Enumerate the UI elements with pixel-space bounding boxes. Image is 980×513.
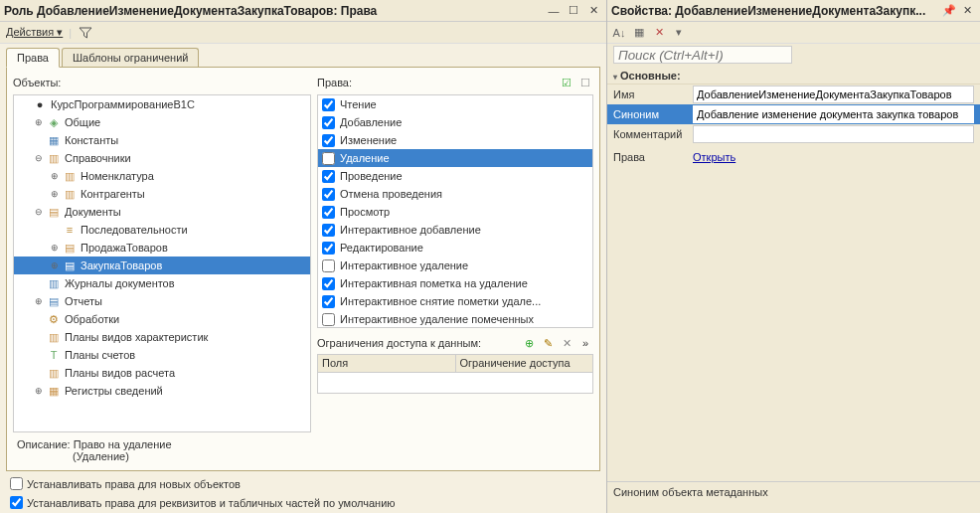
properties-close-icon[interactable]: ✕: [958, 3, 976, 19]
uncheck-all-icon[interactable]: ☐: [577, 75, 593, 90]
tab-templates[interactable]: Шаблоны ограничений: [62, 48, 200, 68]
properties-search[interactable]: [613, 46, 792, 64]
chevron-down-icon[interactable]: ▾: [671, 25, 687, 41]
pvr-icon: ▥: [46, 366, 62, 380]
common-icon: ◈: [46, 115, 62, 129]
right-change[interactable]: Изменение: [318, 131, 592, 149]
restriction-column-header[interactable]: Ограничение доступа: [456, 355, 593, 373]
sequences-icon: ≡: [62, 223, 78, 237]
edit-restriction-icon[interactable]: ✎: [540, 335, 556, 351]
open-rights-link[interactable]: Открыть: [693, 151, 735, 163]
right-edit[interactable]: Редактирование: [318, 239, 592, 256]
right-interactive-mark[interactable]: Интерактивная пометка на удаление: [318, 274, 592, 292]
prop-comment-input[interactable]: [693, 125, 974, 143]
catalog-item-icon: ▥: [62, 187, 78, 201]
config-icon: ●: [32, 97, 48, 111]
restrictions-grid[interactable]: Поля Ограничение доступа: [317, 354, 593, 394]
app-root: Роль ДобавлениеИзменениеДокументаЗакупка…: [0, 0, 980, 513]
tree-processing[interactable]: ⚙Обработки: [14, 310, 310, 328]
section-main[interactable]: Основные:: [607, 66, 980, 85]
right-add[interactable]: Добавление: [318, 113, 592, 131]
catalog-item-icon: ▥: [62, 169, 78, 183]
delete-restriction-icon[interactable]: ✕: [559, 335, 574, 351]
maximize-button[interactable]: ☐: [565, 3, 582, 19]
tree-common[interactable]: ⊕◈Общие: [14, 113, 310, 131]
titlebar: Роль ДобавлениеИзменениеДокументаЗакупка…: [0, 0, 606, 22]
right-read[interactable]: Чтение: [318, 95, 592, 113]
close-button[interactable]: ✕: [584, 3, 602, 19]
prop-name-input[interactable]: [693, 86, 974, 103]
tree-accounts[interactable]: TПланы счетов: [14, 346, 310, 364]
tree-catalog-nomenclature[interactable]: ⊕▥Номенклатура: [14, 167, 310, 185]
properties-toolbar: A↓ ▦ ✕ ▾: [607, 22, 980, 44]
prop-synonym: Синоним: [607, 104, 980, 124]
tree-doc-sequences[interactable]: ≡Последовательности: [14, 221, 310, 239]
right-interactive-delete-marked[interactable]: Интерактивное удаление помеченных: [318, 310, 592, 328]
setting-new-objects[interactable]: Устанавливать права для новых объектов: [6, 475, 606, 492]
rights-header: Права: ☑ ☐: [317, 74, 593, 91]
more-icon[interactable]: »: [577, 335, 593, 351]
defaults-checkbox[interactable]: [10, 496, 23, 509]
tree-constants[interactable]: ▦Константы: [14, 131, 310, 149]
prop-comment: Комментарий: [607, 124, 980, 144]
document-item-icon: ▤: [62, 258, 78, 272]
processing-icon: ⚙: [46, 312, 62, 326]
tree-pvr[interactable]: ▥Планы видов расчета: [14, 364, 310, 382]
actions-menu[interactable]: Действия ▾: [6, 26, 63, 39]
prop-name-label: Имя: [613, 88, 689, 100]
fields-column-header[interactable]: Поля: [318, 355, 456, 373]
accounts-icon: T: [46, 348, 62, 362]
tree-doc-purchase[interactable]: ⊕▤ЗакупкаТоваров: [14, 256, 310, 274]
right-interactive-unmark[interactable]: Интерактивное снятие пометки удале...: [318, 292, 592, 310]
right-delete[interactable]: Удаление: [318, 149, 592, 167]
objects-tree[interactable]: ●КурсПрограммированиеВ1С ⊕◈Общие ▦Конста…: [13, 94, 311, 432]
properties-panel: Свойства: ДобавлениеИзменениеДокументаЗа…: [607, 0, 980, 513]
tab-bar: Права Шаблоны ограничений: [6, 48, 606, 68]
objects-column: Объекты: ●КурсПрограммированиеВ1С ⊕◈Общи…: [13, 74, 311, 432]
new-objects-checkbox[interactable]: [10, 477, 23, 490]
tree-registers[interactable]: ⊕▦Регистры сведений: [14, 382, 310, 400]
window-title: Роль ДобавлениеИзменениеДокументаЗакупка…: [4, 4, 545, 18]
setting-defaults[interactable]: Устанавливать права для реквизитов и таб…: [6, 494, 606, 511]
tree-documents[interactable]: ⊖▤Документы: [14, 203, 310, 221]
reports-icon: ▤: [46, 294, 62, 308]
right-interactive-add[interactable]: Интерактивное добавление: [318, 221, 592, 239]
journals-icon: ▥: [46, 276, 62, 290]
right-interactive-delete[interactable]: Интерактивное удаление: [318, 256, 592, 274]
documents-icon: ▤: [46, 205, 62, 219]
expand-icon[interactable]: ✕: [651, 25, 667, 41]
properties-title: Свойства: ДобавлениеИзменениеДокументаЗа…: [611, 4, 940, 18]
add-restriction-icon[interactable]: ⊕: [521, 335, 537, 351]
role-editor-window: Роль ДобавлениеИзменениеДокументаЗакупка…: [0, 0, 607, 513]
tree-pcc[interactable]: ▥Планы видов характеристик: [14, 328, 310, 346]
sort-az-icon[interactable]: A↓: [611, 25, 627, 41]
objects-label: Объекты:: [13, 77, 61, 88]
objects-header: Объекты:: [13, 74, 311, 91]
properties-titlebar: Свойства: ДобавлениеИзменениеДокументаЗа…: [607, 0, 980, 22]
rights-list[interactable]: Чтение Добавление Изменение Удаление Про…: [317, 94, 593, 328]
document-item-icon: ▤: [62, 241, 78, 255]
categorize-icon[interactable]: ▦: [631, 25, 647, 41]
rights-column: Права: ☑ ☐ Чтение Добавление Изменение У…: [317, 74, 593, 432]
check-all-icon[interactable]: ☑: [559, 75, 574, 90]
tree-catalogs[interactable]: ⊖▥Справочники: [14, 149, 310, 167]
minimize-button[interactable]: —: [545, 3, 563, 19]
tree-root[interactable]: ●КурсПрограммированиеВ1С: [14, 95, 310, 113]
pin-icon[interactable]: 📌: [940, 3, 958, 19]
columns: Объекты: ●КурсПрограммированиеВ1С ⊕◈Общи…: [13, 74, 593, 432]
restrictions-label: Ограничения доступа к данным:: [317, 337, 481, 349]
tab-rights[interactable]: Права: [6, 48, 60, 68]
right-view[interactable]: Просмотр: [318, 203, 592, 221]
tree-journals[interactable]: ▥Журналы документов: [14, 274, 310, 292]
prop-name: Имя: [607, 85, 980, 104]
tree-reports[interactable]: ⊕▤Отчеты: [14, 292, 310, 310]
right-unposting[interactable]: Отмена проведения: [318, 185, 592, 203]
filter-icon[interactable]: [78, 25, 93, 41]
tree-catalog-contractors[interactable]: ⊕▥Контрагенты: [14, 185, 310, 203]
actions-bar: Действия ▾ |: [0, 22, 606, 44]
right-posting[interactable]: Проведение: [318, 167, 592, 185]
restrictions-header: Ограничения доступа к данным: ⊕ ✎ ✕ »: [317, 334, 593, 352]
prop-synonym-input[interactable]: [693, 105, 974, 123]
constants-icon: ▦: [46, 133, 62, 147]
tree-doc-sales[interactable]: ⊕▤ПродажаТоваров: [14, 239, 310, 256]
